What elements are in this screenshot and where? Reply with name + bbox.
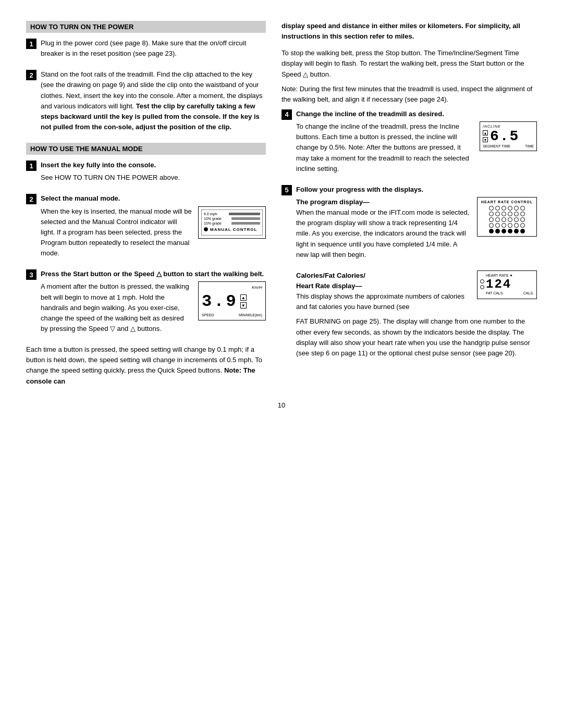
step-manual-2: 2 Select the manual mode. 6.0 mph 10% gr… <box>26 193 266 263</box>
page: HOW TO TURN ON THE POWER 1 Plug in the p… <box>0 0 563 728</box>
heart-rate-figure: HEART RATE ♥ 124 FAT CALS. CALS. <box>477 270 537 299</box>
step-content-4: Change the incline of the treadmill as d… <box>296 109 537 178</box>
step-content-5: Follow your progress with the displays. … <box>296 184 537 369</box>
hd <box>520 212 525 216</box>
program-display-section: HEART RATE CONTROL <box>296 197 537 264</box>
manual-control-figure: 6.0 mph 10% grade 10% grade <box>198 206 266 239</box>
hd <box>520 217 525 222</box>
hr-labels: FAT CALS. CALS. <box>486 291 534 295</box>
heart-rate-control-figure: HEART RATE CONTROL <box>477 197 537 237</box>
hd <box>520 206 525 211</box>
hr-top-row: HEART RATE ♥ 124 FAT CALS. CALS. <box>480 274 534 295</box>
right-intro: display speed and distance in either mil… <box>282 21 537 42</box>
hr-control-title: HEART RATE CONTROL <box>480 200 534 204</box>
step-manual-1: 1 Insert the key fully into the console.… <box>26 160 266 187</box>
left-column: HOW TO TURN ON THE POWER 1 Plug in the p… <box>26 21 266 391</box>
hd <box>495 212 500 216</box>
hd-filled <box>520 229 525 233</box>
hd <box>514 223 519 228</box>
step-number-1: 1 <box>26 39 36 49</box>
hd-filled <box>495 229 500 233</box>
seg-time-label: SEGMENT TIME TIME <box>483 144 534 148</box>
hd <box>514 206 519 211</box>
calories-text: FAT BURNING on page 25). The display wil… <box>296 316 537 359</box>
step-manual-content-1: Insert the key fully into the console. S… <box>41 160 266 187</box>
hr-dots-row-3 <box>489 217 525 222</box>
mc-row-2: 10% grade <box>204 217 260 220</box>
page-number: 10 <box>26 401 537 409</box>
hd <box>501 212 506 216</box>
step-power-2: 2 Stand on the foot rails of the treadmi… <box>26 69 266 137</box>
mc-bar-1 <box>229 213 260 215</box>
manual-control-inner: 6.0 mph 10% grade 10% grade <box>201 209 263 236</box>
hd <box>520 223 525 228</box>
hr-dots-row-5 <box>489 229 525 233</box>
hr-dots-row-2 <box>489 212 525 216</box>
hr-header: HEART RATE ♥ <box>486 274 534 277</box>
step-manual-content-3: Press the Start button or the Speed △ bu… <box>41 269 266 338</box>
incline-lcd: 6.5 <box>490 128 519 144</box>
hd <box>495 223 500 228</box>
hd <box>514 217 519 222</box>
incline-display-row: ▲ ▼ 6.5 <box>483 128 534 144</box>
speed-lcd: 3.9 <box>202 290 238 313</box>
hr-side-dot <box>480 285 484 289</box>
mc-row-4: MANUAL CONTROL <box>204 227 260 232</box>
hd <box>495 217 500 222</box>
hd <box>489 217 494 222</box>
incline-up: ▲ <box>483 130 488 135</box>
step-manual-number-2: 2 <box>26 194 36 204</box>
incline-controls: ▲ ▼ <box>483 130 488 142</box>
hd <box>508 217 512 222</box>
mc-dot <box>204 227 208 231</box>
hd <box>514 212 519 216</box>
after-step3-text: Each time a button is pressed, the speed… <box>26 344 266 387</box>
incline-figure: INCLINE ▲ ▼ 6.5 SEGMENT TIME TIME <box>480 121 537 151</box>
hd-filled <box>501 229 506 233</box>
note-alignment-text: Note: During the first few minutes that … <box>282 84 537 105</box>
speed-controls: ▲ ▼ <box>240 294 247 309</box>
step-content-1: Plug in the power cord (see page 8). Mak… <box>41 38 266 63</box>
step-number-5: 5 <box>282 185 292 195</box>
step-right-4: 4 Change the incline of the treadmill as… <box>282 109 537 178</box>
step-manual-number-1: 1 <box>26 161 36 171</box>
incline-down: ▼ <box>483 137 488 142</box>
down-arrow: ▼ <box>240 302 247 309</box>
hd <box>489 223 494 228</box>
hr-side-dots <box>480 279 484 289</box>
step-right-5: 5 Follow your progress with the displays… <box>282 184 537 369</box>
hr-lcd: 124 <box>486 277 534 291</box>
step-manual-content-2: Select the manual mode. 6.0 mph 10% grad… <box>41 193 266 263</box>
hd <box>489 206 494 211</box>
hd <box>489 212 494 216</box>
step-content-2: Stand on the foot rails of the treadmill… <box>41 69 266 137</box>
section-header-manual: HOW TO USE THE MANUAL MODE <box>26 143 266 155</box>
step-number-4: 4 <box>282 109 292 120</box>
step-manual-3: 3 Press the Start button or the Speed △ … <box>26 269 266 338</box>
hd <box>495 206 500 211</box>
hd <box>501 223 506 228</box>
kmh-label: Km/H <box>202 285 262 290</box>
hd <box>508 206 512 211</box>
hr-display-area: HEART RATE ♥ 124 FAT CALS. CALS. <box>486 274 534 295</box>
hr-dots-row-1 <box>489 206 525 211</box>
hr-dots-row-4 <box>489 223 525 228</box>
hd-filled <box>489 229 494 233</box>
mc-row-3: 10% grade <box>204 221 260 225</box>
step-manual-number-3: 3 <box>26 269 36 280</box>
step-power-1: 1 Plug in the power cord (see page 8). M… <box>26 38 266 63</box>
hr-dots-grid <box>480 206 534 233</box>
up-arrow: ▲ <box>240 294 247 301</box>
hd <box>501 206 506 211</box>
hd <box>508 212 512 216</box>
hd <box>508 223 512 228</box>
stop-belt-text: To stop the walking belt, press the Stop… <box>282 48 537 79</box>
incline-top-label: INCLINE <box>483 125 534 128</box>
step-number-2: 2 <box>26 70 36 80</box>
mc-row-1: 6.0 mph <box>204 212 260 216</box>
hr-side-dot <box>480 279 484 283</box>
hd-filled <box>514 229 519 233</box>
hd-filled <box>508 229 512 233</box>
speed-label: SPEED MIN/MILE(km) <box>202 313 262 317</box>
speed-display-row: 3.9 ▲ ▼ <box>202 290 262 313</box>
